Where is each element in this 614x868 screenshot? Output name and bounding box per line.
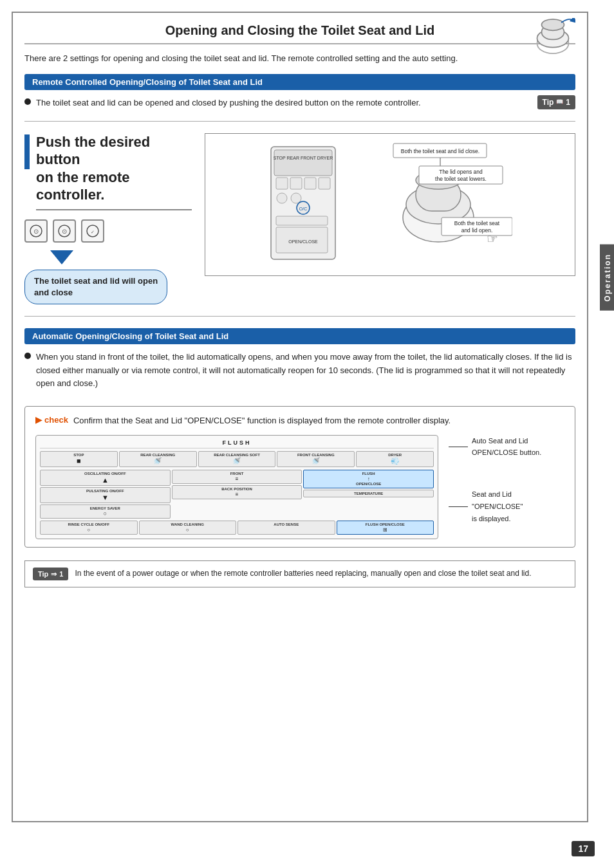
check-labels: Auto Seat and LidOPEN/CLOSE button. Seat… (449, 435, 564, 528)
section1-bullet-text: The toilet seat and lid can be opened an… (36, 97, 575, 109)
remote-illus-header: FLUSH (40, 439, 434, 448)
svg-text:STOP REAR FRONT DRYER: STOP REAR FRONT DRYER (274, 156, 333, 160)
remote-col1: OSCILLATING ON/OFF ▲ PULSATING ON/OFF ▼ … (40, 470, 171, 519)
svg-text:the toilet seat lowers.: the toilet seat lowers. (435, 176, 487, 182)
check-label-seat: Seat and Lid "OPEN/CLOSE"is displayed. (449, 488, 564, 524)
r-cell-front: FRONT CLEANSING 🚿 (277, 451, 355, 468)
svg-point-17 (277, 193, 287, 203)
remote-col3: FLUSH ↑ OPEN/CLOSE TEMPERATURE (303, 470, 434, 519)
bottom-tip-text: In the event of a power outage or when t… (75, 568, 531, 579)
r-cell-wand: WAND CLEANING ○ (139, 521, 237, 535)
check-header: ▶ check Confirm that the Seat and Lid "O… (35, 414, 564, 427)
push-section: Push the desired button on the remote co… (24, 133, 575, 304)
remote-btn-1-icon: ⊙ (29, 224, 43, 238)
svg-point-18 (291, 193, 301, 203)
check-description: Confirm that the Seat and Lid "OPEN/CLOS… (73, 414, 451, 427)
operation-tab: Operation (600, 245, 614, 311)
page-wrapper: Operation Opening and Closing the Toilet… (0, 0, 614, 868)
remote-mid-grid: OSCILLATING ON/OFF ▲ PULSATING ON/OFF ▼ … (40, 470, 434, 519)
push-diagram-area: STOP REAR FRONT DRYER O/C OPEN/CLOSE (205, 133, 575, 276)
section2-header: Automatic Opening/Closing of Toilet Seat… (24, 328, 575, 344)
svg-rect-11 (274, 150, 332, 176)
remote-btn-1[interactable]: ⊙ (24, 219, 48, 243)
check-diagram-row: FLUSH STOP ■ REAR CLEANSING 🚿 (35, 435, 564, 539)
check-label-line1 (449, 447, 468, 447)
r-cell-front-label: FRONT ≡ (172, 470, 302, 484)
r-cell-openclose-bottom: FLUSH OPEN/CLOSE ⊞ (337, 521, 434, 535)
r-cell-temp: TEMPERATURE (303, 490, 434, 498)
main-title-row: Opening and Closing the Toilet Seat and … (24, 23, 575, 44)
remote-illustration: FLUSH STOP ■ REAR CLEANSING 🚿 (35, 435, 438, 539)
push-title: Push the desired button on the remote co… (36, 133, 192, 210)
remote-btn-3[interactable]: ✓ (81, 219, 104, 243)
svg-rect-16 (319, 178, 330, 189)
toilet-top-icon (530, 18, 575, 55)
r-cell-dryer: DRYER 💨 (356, 451, 434, 468)
svg-text:The lid opens and: The lid opens and (439, 169, 483, 175)
arrow-down (50, 250, 73, 264)
divider2 (24, 316, 575, 317)
check-label-seat-text: Seat and Lid "OPEN/CLOSE"is displayed. (472, 488, 564, 524)
r-cell-puls: PULSATING ON/OFF ▼ (40, 487, 171, 503)
svg-text:⊙: ⊙ (33, 228, 39, 235)
section1-bullet: The toilet seat and lid can be opened an… (24, 97, 575, 109)
svg-text:and lid open.: and lid open. (461, 227, 493, 234)
push-title-container: Push the desired button on the remote co… (36, 133, 192, 210)
check-label-auto: Auto Seat and LidOPEN/CLOSE button. (449, 435, 564, 459)
main-content: Opening and Closing the Toilet Seat and … (12, 12, 588, 822)
svg-text:Both the toilet seat and lid c: Both the toilet seat and lid close. (401, 148, 479, 154)
svg-text:Both the toilet seat: Both the toilet seat (454, 220, 500, 226)
check-label-spacer (449, 463, 564, 488)
r-cell-auto-sense: AUTO SENSE (237, 521, 335, 535)
svg-rect-14 (290, 178, 302, 189)
svg-text:✓: ✓ (91, 230, 95, 234)
r-cell-back: BACK POSITION ≡ (172, 485, 302, 499)
remote-buttons-row: ⊙ ⊙ ✓ (24, 219, 192, 243)
bottom-tip: Tip ⇒ 1 In the event of a power outage o… (24, 560, 575, 588)
svg-text:O/C: O/C (299, 207, 307, 211)
svg-rect-21 (276, 216, 328, 225)
remote-bot-grid: RINSE CYCLE ON/OFF ○ WAND CLEANING ○ AUT… (40, 521, 434, 535)
svg-text:⊙: ⊙ (62, 228, 67, 235)
check-label: check (44, 415, 68, 425)
section2-body: When you stand in front of the toilet, t… (36, 351, 575, 391)
tip-book-icon: 📖 (556, 98, 563, 107)
r-cell-osc: OSCILLATING ON/OFF ▲ (40, 470, 171, 486)
page-title: Opening and Closing the Toilet Seat and … (165, 23, 435, 37)
r-cell-rear2: REAR CLEANSING SOFT 🚿 (198, 451, 276, 468)
toilet-diagram-svg: STOP REAR FRONT DRYER O/C OPEN/CLOSE (268, 140, 512, 269)
section2-bullet: When you stand in front of the toilet, t… (24, 351, 575, 400)
blue-bar (24, 134, 30, 169)
remote-col2: FRONT ≡ BACK POSITION ≡ (172, 470, 302, 519)
bullet-dot-2 (24, 353, 31, 359)
r-cell-energy: ENERGY SAVER ○ (40, 504, 171, 519)
tip-badge: Tip 📖 1 (537, 95, 575, 109)
remote-btn-2-icon: ⊙ (57, 224, 71, 238)
check-label-auto-text: Auto Seat and LidOPEN/CLOSE button. (472, 435, 541, 459)
remote-top-grid: STOP ■ REAR CLEANSING 🚿 REAR CLEANSING S… (40, 451, 434, 468)
check-label-line2 (449, 506, 468, 507)
r-cell-rinse: RINSE CYCLE ON/OFF ○ (40, 521, 138, 535)
check-icon-label: ▶ check (35, 415, 68, 425)
remote-btn-3-icon: ✓ (86, 224, 100, 238)
section1-header: Remote Controlled Opening/Closing of Toi… (24, 74, 575, 90)
bottom-tip-arrow-icon: ⇒ (51, 569, 57, 580)
bottom-tip-badge: Tip ⇒ 1 (33, 568, 68, 581)
remote-btn-2[interactable]: ⊙ (53, 219, 76, 243)
result-box: Push the desired button The toilet seat … (24, 270, 167, 304)
auto-section: Automatic Opening/Closing of Toilet Seat… (24, 328, 575, 548)
divider1 (24, 121, 575, 122)
svg-text:OPEN/CLOSE: OPEN/CLOSE (288, 239, 318, 244)
r-cell-stop: STOP ■ (40, 451, 118, 468)
arrow-down-container (48, 250, 192, 264)
svg-rect-13 (276, 178, 288, 189)
check-diagram-container: FLUSH STOP ■ REAR CLEANSING 🚿 (35, 435, 438, 539)
intro-text: There are 2 settings for opening and clo… (24, 52, 575, 65)
bullet-dot (24, 98, 31, 105)
svg-point-3 (542, 19, 564, 31)
r-cell-flush-openclose: FLUSH ↑ OPEN/CLOSE (303, 470, 434, 488)
r-cell-rear1: REAR CLEANSING 🚿 (119, 451, 197, 468)
check-arrow-icon: ▶ (35, 415, 42, 425)
svg-rect-15 (304, 178, 316, 189)
push-left: Push the desired button on the remote co… (24, 133, 192, 304)
